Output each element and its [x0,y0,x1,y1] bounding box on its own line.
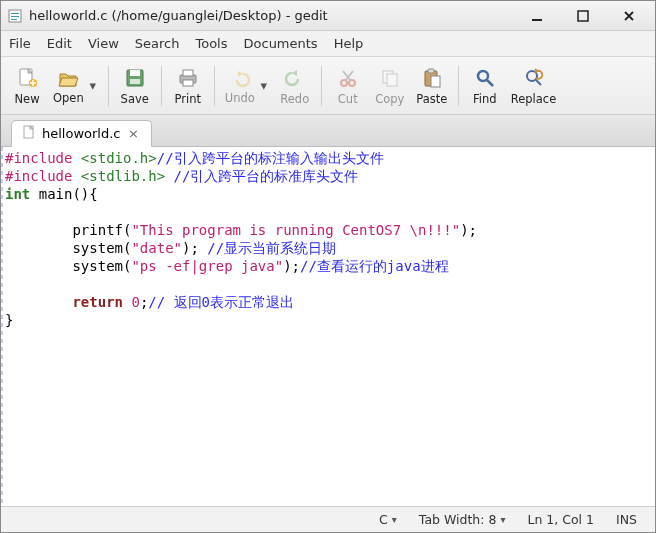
svg-rect-17 [387,74,397,86]
chevron-down-icon: ▾ [392,514,397,525]
menu-search[interactable]: Search [135,36,180,51]
cut-button[interactable]: Cut [328,61,368,111]
menu-help[interactable]: Help [334,36,364,51]
paste-button[interactable]: Paste [412,61,452,111]
svg-rect-12 [183,70,193,76]
save-button[interactable]: Save [115,61,155,111]
close-button[interactable] [615,5,643,27]
print-icon [176,66,200,90]
replace-icon [522,66,546,90]
save-icon [123,66,147,90]
separator [161,66,162,106]
status-tabwidth[interactable]: Tab Width: 8 ▾ [411,512,514,527]
separator [321,66,322,106]
status-tabwidth-label: Tab Width: 8 [419,512,497,527]
print-label: Print [174,92,200,106]
new-file-icon [15,66,39,90]
menu-documents[interactable]: Documents [244,36,318,51]
svg-rect-13 [183,80,193,86]
separator [214,66,215,106]
status-language-label: C [379,512,388,527]
window-title: helloworld.c (/home/guanglei/Desktop) - … [29,8,328,23]
separator [458,66,459,106]
copy-button[interactable]: Copy [370,61,410,111]
maximize-button[interactable] [569,5,597,27]
svg-rect-4 [532,19,542,21]
status-cursor-position: Ln 1, Col 1 [519,512,602,527]
menubar: File Edit View Search Tools Documents He… [1,31,655,57]
undo-button[interactable]: Undo ▾ [221,61,273,111]
svg-rect-1 [11,13,19,14]
menu-view[interactable]: View [88,36,119,51]
svg-point-21 [478,71,488,81]
svg-rect-5 [578,11,588,21]
svg-rect-19 [428,69,434,73]
paste-icon [420,66,444,90]
app-icon [7,8,23,24]
menu-file[interactable]: File [9,36,31,51]
copy-label: Copy [375,92,404,106]
document-tab[interactable]: helloworld.c × [11,120,152,147]
code-area[interactable]: #include <stdio.h>//引入跨平台的标注输入输出头文件 #inc… [1,147,655,331]
redo-button[interactable]: Redo [275,61,315,111]
new-button[interactable]: New [7,61,47,111]
chevron-down-icon: ▾ [500,514,505,525]
find-icon [473,66,497,90]
editor-viewport[interactable]: #include <stdio.h>//引入跨平台的标注输入输出头文件 #inc… [1,147,655,506]
left-ruler [1,147,3,506]
separator [108,66,109,106]
window-controls [523,5,649,27]
undo-icon [228,67,252,91]
status-insert-mode[interactable]: INS [608,512,645,527]
paste-label: Paste [416,92,447,106]
find-label: Find [473,92,497,106]
open-label: Open [53,91,84,105]
redo-label: Redo [280,92,309,106]
toolbar: New Open ▾ Save Print Undo ▾ [1,57,655,115]
open-dropdown-icon[interactable]: ▾ [88,78,98,93]
svg-rect-2 [11,16,19,17]
file-icon [22,125,36,142]
menu-tools[interactable]: Tools [195,36,227,51]
new-label: New [14,92,39,106]
svg-rect-3 [11,19,17,20]
copy-icon [378,66,402,90]
status-language[interactable]: C ▾ [371,512,405,527]
cut-label: Cut [338,92,358,106]
titlebar: helloworld.c (/home/guanglei/Desktop) - … [1,1,655,31]
svg-rect-10 [130,79,140,84]
cut-icon [336,66,360,90]
print-button[interactable]: Print [168,61,208,111]
svg-rect-9 [130,70,140,76]
undo-dropdown-icon[interactable]: ▾ [259,78,269,93]
tab-label: helloworld.c [42,126,121,141]
open-icon [56,67,80,91]
statusbar: C ▾ Tab Width: 8 ▾ Ln 1, Col 1 INS [1,506,655,532]
tabbar: helloworld.c × [1,115,655,147]
minimize-button[interactable] [523,5,551,27]
save-label: Save [121,92,149,106]
find-button[interactable]: Find [465,61,505,111]
tab-close-button[interactable]: × [127,127,141,141]
undo-label: Undo [225,91,255,105]
open-button[interactable]: Open ▾ [49,61,102,111]
svg-rect-20 [431,76,440,87]
menu-edit[interactable]: Edit [47,36,72,51]
replace-label: Replace [511,92,557,106]
redo-icon [283,66,307,90]
replace-button[interactable]: Replace [507,61,561,111]
